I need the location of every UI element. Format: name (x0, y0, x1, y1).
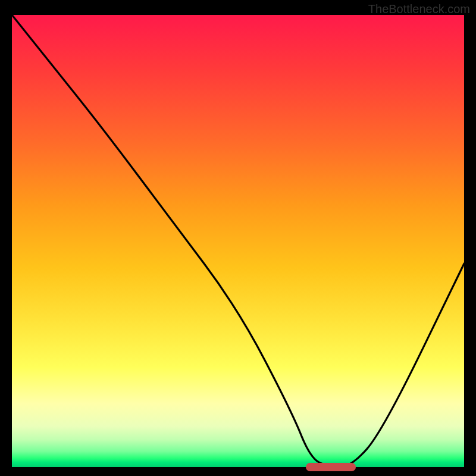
bottleneck-curve-path (12, 15, 464, 467)
optimal-marker (306, 463, 356, 471)
chart-container: TheBottleneck.com (0, 0, 476, 476)
curve-svg (12, 15, 464, 467)
watermark-text: TheBottleneck.com (368, 2, 470, 16)
plot-area (12, 15, 464, 467)
